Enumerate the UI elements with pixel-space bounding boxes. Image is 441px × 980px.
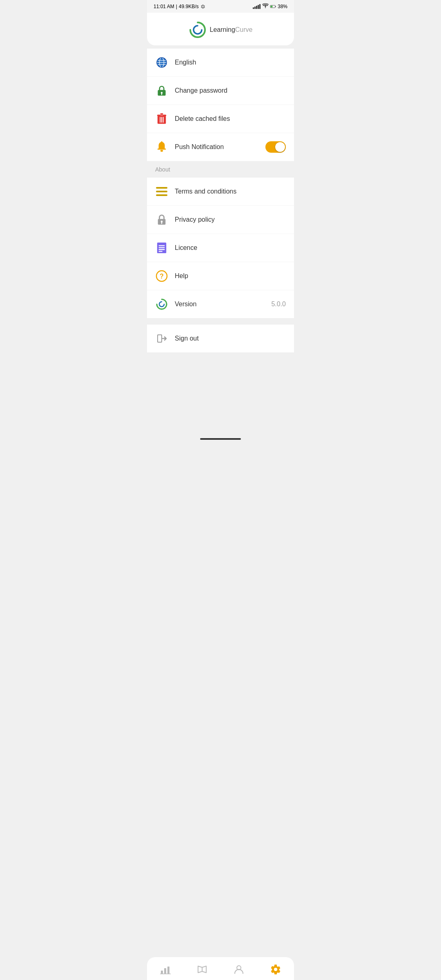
version-value: 5.0.0	[271, 301, 286, 308]
spacer-1	[147, 318, 294, 325]
logo-learning: Learning	[210, 26, 235, 33]
svg-rect-31	[159, 251, 163, 252]
logo: LearningCurve	[189, 21, 253, 39]
trash-icon	[155, 112, 168, 125]
wifi-icon	[262, 3, 269, 9]
svg-rect-21	[156, 187, 167, 189]
signout-label: Sign out	[175, 335, 286, 342]
battery-svg	[270, 4, 276, 9]
gear-icon	[200, 4, 205, 9]
menu-item-version: Version 5.0.0	[147, 290, 294, 318]
bottom-spacer	[147, 352, 294, 434]
status-icons: 38%	[253, 3, 287, 9]
menu-item-licence[interactable]: Licence	[147, 234, 294, 262]
list-svg	[156, 186, 167, 197]
status-time-network: 11:01 AM | 49.9KB/s	[154, 4, 205, 9]
trash-svg	[157, 113, 167, 125]
settings-menu: English Change password	[147, 49, 294, 161]
signal-icon	[253, 4, 261, 9]
svg-rect-18	[158, 149, 166, 150]
globe-svg	[156, 57, 167, 68]
change-password-label: Change password	[175, 87, 286, 94]
signout-row[interactable]: Sign out	[147, 325, 294, 352]
bell-svg	[156, 141, 167, 153]
lock-icon	[155, 84, 168, 97]
logo-curve: Curve	[235, 26, 253, 33]
menu-item-change-password[interactable]: Change password	[147, 77, 294, 105]
about-label: About	[155, 166, 170, 173]
toggle-track	[265, 141, 286, 153]
brand-icon	[155, 298, 168, 311]
brand-svg	[156, 298, 168, 310]
svg-rect-14	[160, 113, 163, 115]
status-separator: |	[176, 4, 177, 9]
wifi-svg	[262, 3, 269, 8]
svg-point-20	[161, 141, 163, 143]
signout-svg	[156, 334, 167, 343]
push-notification-label: Push Notification	[175, 143, 259, 151]
privacy-lock-svg	[157, 214, 166, 225]
menu-item-language[interactable]: English	[147, 49, 294, 77]
svg-point-19	[160, 150, 163, 152]
help-label: Help	[175, 272, 286, 280]
battery-percent: 38%	[278, 4, 287, 9]
push-notification-toggle[interactable]	[265, 141, 286, 153]
svg-rect-1	[275, 6, 276, 7]
app-header: LearningCurve	[147, 13, 294, 45]
svg-rect-30	[159, 249, 165, 250]
signout-icon	[155, 332, 168, 345]
svg-rect-29	[159, 247, 165, 248]
status-network: 49.9KB/s	[179, 4, 199, 9]
language-label: English	[175, 59, 286, 66]
toggle-thumb	[275, 142, 285, 152]
menu-item-delete-cache[interactable]: Delete cached files	[147, 105, 294, 133]
lock-alt-icon	[155, 213, 168, 226]
svg-rect-23	[156, 194, 167, 196]
svg-rect-28	[159, 245, 165, 246]
menu-item-push-notification[interactable]: Push Notification	[147, 133, 294, 161]
bell-icon	[155, 140, 168, 154]
about-menu: Terms and conditions Privacy policy	[147, 178, 294, 318]
logo-text: LearningCurve	[210, 26, 253, 33]
delete-cache-label: Delete cached files	[175, 115, 286, 122]
status-time: 11:01 AM	[154, 4, 174, 9]
home-bar	[200, 438, 241, 440]
menu-item-terms[interactable]: Terms and conditions	[147, 178, 294, 206]
licence-label: Licence	[175, 244, 286, 252]
doc-icon	[155, 241, 168, 254]
status-bar: 11:01 AM | 49.9KB/s 38%	[147, 0, 294, 13]
help-svg: ?	[156, 270, 167, 282]
home-indicator	[147, 434, 294, 444]
svg-text:?: ?	[160, 273, 164, 280]
privacy-label: Privacy policy	[175, 216, 286, 223]
terms-label: Terms and conditions	[175, 188, 286, 195]
menu-item-privacy[interactable]: Privacy policy	[147, 206, 294, 234]
battery-icon	[270, 4, 276, 9]
lock-svg	[156, 85, 167, 96]
globe-icon	[155, 56, 168, 69]
menu-item-help[interactable]: ? Help	[147, 262, 294, 290]
svg-rect-35	[158, 335, 161, 342]
licence-svg	[156, 242, 167, 254]
about-section-header: About	[147, 161, 294, 178]
version-label: Version	[175, 301, 265, 308]
logo-icon	[189, 21, 207, 39]
list-icon	[155, 185, 168, 198]
help-icon: ?	[155, 270, 168, 283]
svg-rect-22	[156, 191, 167, 192]
